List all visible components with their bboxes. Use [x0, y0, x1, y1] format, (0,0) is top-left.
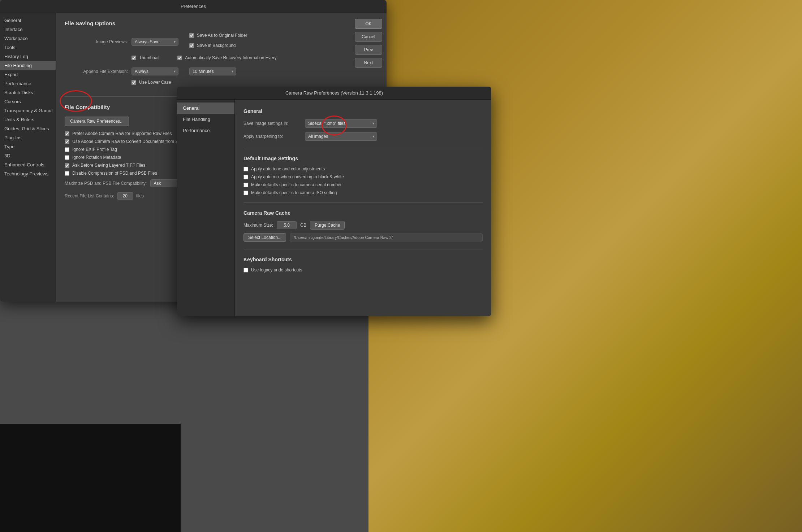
- sidebar-item-transparency-gamut[interactable]: Transparency & Gamut: [0, 106, 56, 115]
- cr-location-row: Select Location... /Users/micgonde/Libra…: [243, 233, 483, 242]
- use-lower-case-label: Use Lower Case: [139, 80, 171, 85]
- thumbnail-label: Thumbnail: [139, 55, 159, 60]
- sidebar-item-plug-ins[interactable]: Plug-Ins: [0, 133, 56, 142]
- auto-save-label: Automatically Save Recovery Information …: [185, 55, 278, 60]
- preferences-sidebar: General Interface Workspace Tools Histor…: [0, 13, 56, 302]
- cr-max-size-input[interactable]: [277, 221, 297, 229]
- sidebar-item-file-handling[interactable]: File Handling: [0, 61, 56, 70]
- sidebar-item-3d[interactable]: 3D: [0, 151, 56, 160]
- minutes-select-wrapper[interactable]: 10 Minutes: [189, 67, 236, 75]
- camera-raw-sidebar: General File Handling Performance: [177, 100, 235, 316]
- compat-checkbox-3[interactable]: [65, 155, 69, 160]
- cr-sharpening-row: Apply sharpening to: All images: [243, 132, 483, 141]
- cr-default-label-0: Apply auto tone and color adjustments: [251, 166, 325, 171]
- thumbnail-row: Thumbnail Automatically Save Recovery In…: [131, 55, 342, 63]
- maximize-label: Maximize PSD and PSB File Compatibility:: [65, 181, 147, 186]
- append-file-ext-select-wrapper[interactable]: Always: [131, 67, 178, 75]
- cr-sidebar-file-handling[interactable]: File Handling: [177, 114, 234, 125]
- cr-default-checkbox-3[interactable]: [243, 191, 248, 195]
- auto-save-checkbox[interactable]: [177, 56, 182, 60]
- cr-default-image-settings: Default Image Settings Apply auto tone a…: [243, 148, 483, 195]
- compat-checkbox-5[interactable]: [65, 171, 69, 176]
- save-in-bg-checkbox[interactable]: [189, 43, 194, 48]
- thumbnail-checkbox[interactable]: [131, 56, 136, 60]
- sidebar-item-type[interactable]: Type: [0, 142, 56, 151]
- save-as-original-label: Save As to Original Folder: [197, 33, 247, 38]
- camera-raw-preferences-btn[interactable]: Camera Raw Preferences...: [65, 117, 129, 126]
- image-previews-select-wrapper[interactable]: Always Save: [131, 38, 178, 46]
- cr-keyboard-section: Keyboard Shortcuts Use legacy undo short…: [243, 249, 483, 272]
- cr-default-2: Make defaults specific to camera serial …: [243, 182, 483, 187]
- image-previews-label: Image Previews:: [65, 39, 128, 44]
- cancel-button[interactable]: Cancel: [355, 32, 382, 42]
- sidebar-item-interface[interactable]: Interface: [0, 25, 56, 34]
- cr-save-settings-label: Save image settings in:: [243, 121, 301, 126]
- prev-button[interactable]: Prev: [355, 45, 382, 55]
- sidebar-item-scratch-disks[interactable]: Scratch Disks: [0, 88, 56, 97]
- cr-default-checkbox-0[interactable]: [243, 167, 248, 171]
- compat-checkbox-0[interactable]: [65, 131, 69, 136]
- sidebar-item-history-log[interactable]: History Log: [0, 52, 56, 61]
- append-file-ext-select[interactable]: Always: [131, 67, 178, 75]
- camera-raw-window: Camera Raw Preferences (Version 11.3.1.1…: [177, 87, 491, 316]
- cr-sidebar-performance[interactable]: Performance: [177, 125, 234, 136]
- compat-checkbox-1[interactable]: [65, 139, 69, 144]
- sidebar-item-enhanced-controls[interactable]: Enhanced Controls: [0, 160, 56, 169]
- sidebar-item-general[interactable]: General: [0, 16, 56, 25]
- cr-default-0: Apply auto tone and color adjustments: [243, 166, 483, 171]
- compat-label-4: Ask Before Saving Layered TIFF Files: [72, 163, 146, 168]
- compat-label-0: Prefer Adobe Camera Raw for Supported Ra…: [72, 131, 172, 136]
- ok-button[interactable]: OK: [355, 19, 382, 29]
- save-in-bg-label: Save in Background: [197, 43, 236, 48]
- sidebar-item-tools[interactable]: Tools: [0, 43, 56, 52]
- compat-label-5: Disable Compression of PSD and PSB Files: [72, 171, 157, 176]
- cr-keyboard-title: Keyboard Shortcuts: [243, 257, 483, 262]
- cr-default-label-2: Make defaults specific to camera serial …: [251, 182, 342, 187]
- cr-legacy-undo-label: Use legacy undo shortcuts: [251, 267, 302, 272]
- thumbnail-checkbox-row: Thumbnail: [131, 55, 159, 60]
- use-lower-case-checkbox-row: Use Lower Case: [131, 80, 171, 85]
- compat-checkbox-4[interactable]: [65, 163, 69, 168]
- purge-cache-btn[interactable]: Purge Cache: [310, 221, 345, 230]
- cr-sidebar-general[interactable]: General: [177, 103, 234, 114]
- sidebar-item-workspace[interactable]: Workspace: [0, 34, 56, 43]
- sidebar-item-cursors[interactable]: Cursors: [0, 97, 56, 106]
- cr-sharpening-select[interactable]: All images: [305, 132, 377, 141]
- cr-default-checkbox-1[interactable]: [243, 175, 248, 179]
- cr-default-3: Make defaults specific to camera ISO set…: [243, 190, 483, 195]
- cr-cache-section: Camera Raw Cache Maximum Size: GB Purge …: [243, 202, 483, 242]
- sidebar-item-guides-grid[interactable]: Guides, Grid & Slices: [0, 124, 56, 133]
- save-as-original-checkbox[interactable]: [189, 33, 194, 38]
- camera-raw-main-content: General Save image settings in: Sidecar …: [235, 100, 491, 316]
- image-previews-row: Image Previews: Always Save Save As to O…: [65, 33, 342, 51]
- save-in-bg-row: Save in Background: [189, 43, 247, 48]
- save-as-original-row: Save As to Original Folder: [189, 33, 247, 38]
- recent-list-suffix: files: [136, 193, 144, 199]
- image-previews-select[interactable]: Always Save: [131, 38, 178, 46]
- cr-default-checkbox-2[interactable]: [243, 183, 248, 187]
- sidebar-item-performance[interactable]: Performance: [0, 79, 56, 88]
- sidebar-item-technology-previews[interactable]: Technology Previews: [0, 169, 56, 178]
- cr-legacy-undo-checkbox[interactable]: [243, 268, 248, 272]
- use-lower-case-checkbox[interactable]: [131, 80, 136, 85]
- cr-save-settings-row: Save image settings in: Sidecar ".xmp" f…: [243, 119, 483, 128]
- recent-list-label: Recent File List Contains:: [65, 193, 114, 199]
- sidebar-item-units-rulers[interactable]: Units & Rulers: [0, 115, 56, 124]
- preferences-titlebar: Preferences: [0, 0, 387, 13]
- camera-raw-title: Camera Raw Preferences (Version 11.3.1.1…: [285, 90, 383, 96]
- cr-sharpening-select-wrapper[interactable]: All images: [305, 132, 377, 141]
- cr-default-label-3: Make defaults specific to camera ISO set…: [251, 190, 337, 195]
- cr-general-title: General: [243, 108, 483, 114]
- sidebar-item-export[interactable]: Export: [0, 70, 56, 79]
- next-button[interactable]: Next: [355, 58, 382, 68]
- minutes-select[interactable]: 10 Minutes: [189, 67, 236, 75]
- recent-list-input[interactable]: [117, 192, 133, 200]
- cr-save-settings-select[interactable]: Sidecar ".xmp" files: [305, 119, 377, 128]
- append-file-ext-row: Append File Extension: Always 10 Minutes: [65, 67, 342, 75]
- auto-save-row: Automatically Save Recovery Information …: [177, 55, 278, 60]
- cr-save-settings-select-wrapper[interactable]: Sidecar ".xmp" files: [305, 119, 377, 128]
- compat-label-2: Ignore EXIF Profile Tag: [72, 147, 117, 152]
- cr-legacy-undo-row: Use legacy undo shortcuts: [243, 267, 483, 272]
- select-location-btn[interactable]: Select Location...: [243, 233, 286, 242]
- compat-checkbox-2[interactable]: [65, 147, 69, 152]
